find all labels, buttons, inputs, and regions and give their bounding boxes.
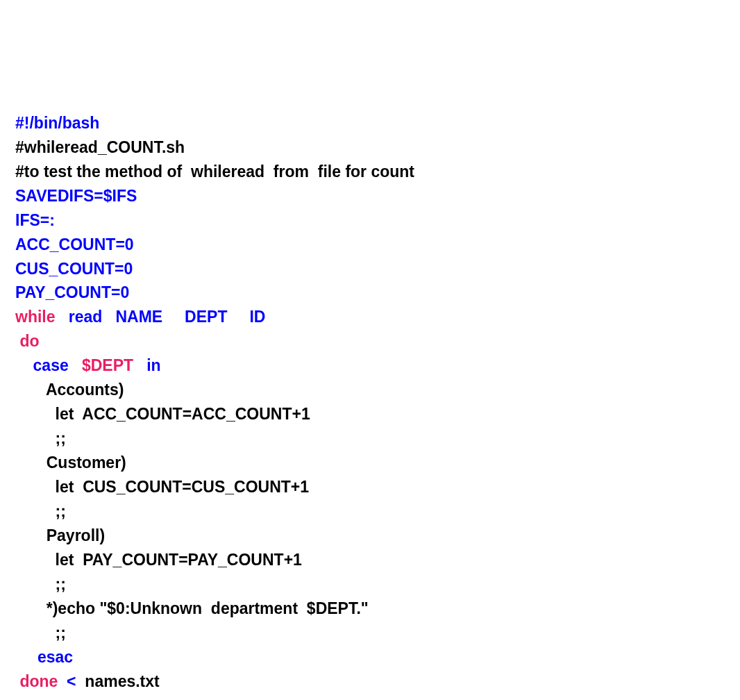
code-token: SAVEDIFS=$IFS (15, 187, 137, 205)
code-token: ACC_COUNT=0 (15, 235, 134, 253)
code-token: in (133, 356, 161, 374)
code-line: PAY_COUNT=0 (15, 281, 725, 305)
code-line: while read NAME DEPT ID (15, 305, 725, 329)
code-token: Accounts) (46, 381, 124, 399)
code-token: Payroll) (47, 526, 105, 544)
code-line: Payroll) (15, 524, 725, 548)
code-token: CUS_COUNT=0 (15, 260, 133, 278)
code-line: do (15, 329, 725, 353)
code-token: esac (37, 648, 73, 666)
code-line: let PAY_COUNT=PAY_COUNT+1 (15, 548, 725, 572)
code-block: #!/bin/bash#whileread_COUNT.sh#to test t… (15, 111, 725, 694)
code-token: while (15, 308, 56, 326)
code-token: #to test the method of whileread from fi… (15, 162, 414, 181)
code-token: #!/bin/bash (15, 114, 99, 132)
code-line: SAVEDIFS=$IFS (15, 184, 725, 208)
code-line: case $DEPT in (15, 353, 725, 378)
code-line: *)echo "$0:Unknown department $DEPT." (15, 597, 725, 621)
code-token: case (33, 356, 69, 374)
code-token: read NAME DEPT ID (56, 308, 266, 326)
code-token: IFS=: (15, 211, 55, 229)
code-token: $DEPT (69, 356, 133, 374)
code-line: done < names.txt (15, 669, 725, 694)
code-token: done (19, 672, 58, 690)
code-line: Accounts) (15, 378, 725, 402)
code-token: ;; (56, 624, 66, 642)
code-line: ;; (15, 426, 725, 451)
code-line: CUS_COUNT=0 (15, 257, 725, 281)
code-line: #!/bin/bash (15, 111, 725, 135)
code-token: ;; (56, 502, 66, 520)
code-line: #to test the method of whileread from fi… (15, 160, 725, 184)
code-token: ;; (56, 575, 66, 593)
code-line: IFS=: (15, 208, 725, 233)
code-token: let CUS_COUNT=CUS_COUNT+1 (56, 478, 310, 496)
code-line: let ACC_COUNT=ACC_COUNT+1 (15, 402, 725, 426)
code-token: ;; (56, 429, 66, 447)
code-token: names.txt (76, 672, 160, 690)
code-line: ;; (15, 572, 725, 597)
code-token: < (58, 672, 76, 690)
code-line: esac (15, 645, 725, 669)
code-line: let CUS_COUNT=CUS_COUNT+1 (15, 475, 725, 499)
code-line: ;; (15, 621, 725, 645)
code-token: #whileread_COUNT.sh (15, 138, 185, 156)
code-token: do (19, 332, 39, 350)
code-line: ACC_COUNT=0 (15, 233, 725, 257)
code-token: Customer) (47, 453, 126, 472)
code-token: let PAY_COUNT=PAY_COUNT+1 (56, 551, 302, 569)
code-token: PAY_COUNT=0 (15, 283, 129, 301)
code-line: #whileread_COUNT.sh (15, 135, 725, 160)
code-line: Customer) (15, 451, 725, 475)
code-line: ;; (15, 499, 725, 524)
code-token: *)echo "$0:Unknown department $DEPT." (47, 599, 369, 617)
code-token: let ACC_COUNT=ACC_COUNT+1 (56, 405, 310, 423)
